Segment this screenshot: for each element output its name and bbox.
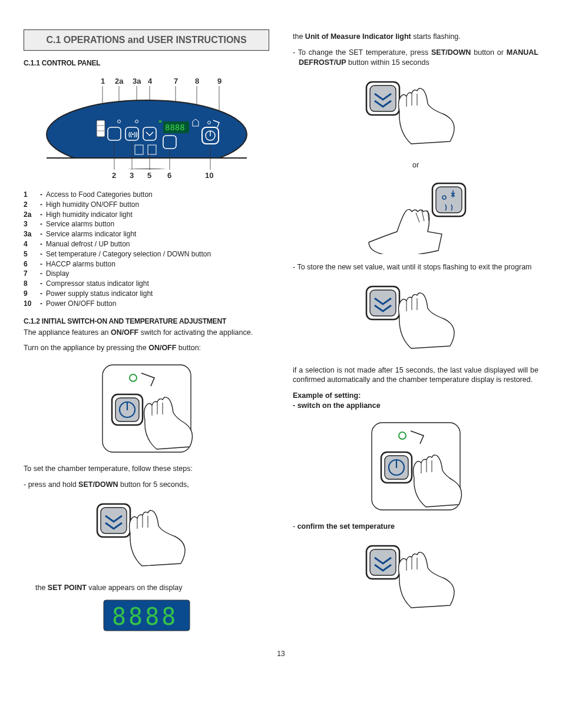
svg-text:((•)): ((•)) <box>128 131 137 137</box>
right-p1: the Unit of Measure Indicator light star… <box>293 32 538 42</box>
svg-text:5: 5 <box>147 171 151 180</box>
section-title-text: C.1 OPERATIONS and USER INSTRUCTIONS <box>30 35 263 45</box>
control-panel-figure: 1 2a 3a 4 7 8 9 <box>24 75 269 182</box>
setdown-figure-3 <box>293 281 538 357</box>
c12-p3: To set the chamber temperature, follow t… <box>24 464 269 474</box>
svg-text:3: 3 <box>130 171 134 180</box>
c12-p1: The appliance features an ON/OFF switch … <box>24 328 269 338</box>
example-heading: Example of setting:- switch on the appli… <box>293 391 538 411</box>
svg-text:6: 6 <box>167 171 171 180</box>
heading-c11: C.1.1 CONTROL PANEL <box>24 59 269 67</box>
svg-text:7: 7 <box>174 77 178 85</box>
svg-text:4: 4 <box>148 77 153 85</box>
legend-list: 1-Access to Food Categories button 2-Hig… <box>24 190 269 309</box>
svg-rect-59 <box>436 187 462 213</box>
section-title: C.1 OPERATIONS and USER INSTRUCTIONS <box>24 29 269 51</box>
svg-text:2: 2 <box>112 171 116 180</box>
right-p2: - To change the SET temperature, press S… <box>293 48 538 68</box>
c12-p3a: - press and hold SET/DOWN button for 5 s… <box>24 480 269 490</box>
svg-text:2a: 2a <box>115 77 124 85</box>
right-p3: - To store the new set value, wait until… <box>293 262 538 272</box>
svg-rect-15 <box>47 158 247 169</box>
svg-text:3a: 3a <box>133 77 141 85</box>
heading-c12: C.1.2 INITIAL SWITCH-ON AND TEMPERATURE … <box>24 317 269 325</box>
svg-text:9: 9 <box>217 77 222 85</box>
svg-text:8: 8 <box>195 77 199 85</box>
c12-p4: the SET POINT value appears on the displ… <box>24 583 269 593</box>
right-p4: if a selection is not made after 15 seco… <box>293 365 538 386</box>
svg-point-26 <box>158 120 161 123</box>
setdown-figure-1 <box>24 498 269 575</box>
c12-p2: Turn on the appliance by pressing the ON… <box>24 343 269 353</box>
svg-text:8888: 8888 <box>112 603 178 630</box>
page-number: 13 <box>24 650 538 658</box>
svg-rect-17 <box>97 120 105 137</box>
svg-text:10: 10 <box>205 171 213 180</box>
setdown-figure-2 <box>293 76 538 153</box>
example-confirm: - confirm the set temperature <box>293 522 538 532</box>
display-figure: 8888 <box>24 599 269 632</box>
svg-text:1: 1 <box>101 77 105 85</box>
svg-text:8888: 8888 <box>165 123 185 132</box>
defrost-up-figure <box>293 177 538 254</box>
onoff-figure-1 <box>24 361 269 456</box>
onoff-figure-2 <box>293 419 538 513</box>
setdown-figure-4 <box>293 540 538 617</box>
or-text: or <box>293 161 538 169</box>
